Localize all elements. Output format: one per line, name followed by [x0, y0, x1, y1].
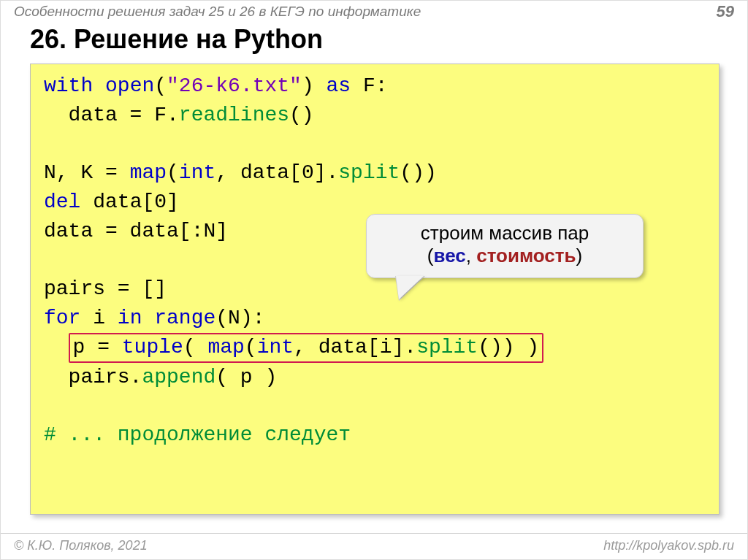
- kw-in: in: [118, 307, 142, 329]
- footer: © К.Ю. Поляков, 2021 http://kpolyakov.sp…: [1, 533, 747, 559]
- kw-with: with: [44, 74, 93, 97]
- fn-tuple: tuple: [122, 336, 183, 358]
- slide: Особенности решения задач 25 и 26 в КЕГЭ…: [0, 0, 748, 560]
- top-bar: Особенности решения задач 25 и 26 в КЕГЭ…: [1, 1, 747, 21]
- callout-line2: (вес, стоимость): [378, 245, 631, 267]
- code-line: data = F.readlines(): [44, 101, 706, 130]
- callout-line1: строим массив пар: [378, 222, 631, 245]
- mth-readlines: readlines: [179, 104, 289, 126]
- fn-open: open: [105, 74, 154, 97]
- comment: # ... продолжение следует: [44, 423, 351, 446]
- code-line: with open("26-k6.txt") as F:: [44, 72, 706, 101]
- mth-append: append: [142, 366, 215, 388]
- code-line: [44, 391, 706, 421]
- fn-range: range: [154, 307, 215, 329]
- mth-split: split: [416, 336, 478, 358]
- fn-int: int: [179, 161, 215, 184]
- kw-for: for: [44, 307, 80, 329]
- code-line: for i in range(N):: [44, 304, 706, 333]
- code-line: p = tuple( map(int, data[i].split()) ): [44, 333, 706, 363]
- code-line: pairs.append( p ): [44, 363, 706, 392]
- string-literal: "26-k6.txt": [167, 74, 302, 97]
- code-line: [44, 130, 706, 159]
- mth-split: split: [338, 161, 400, 184]
- footer-url: http://kpolyakov.spb.ru: [603, 538, 734, 553]
- fn-map: map: [130, 161, 167, 184]
- fn-map: map: [207, 336, 244, 358]
- page-number: 59: [717, 2, 734, 21]
- callout-weight: вес: [434, 245, 466, 266]
- highlighted-line: p = tuple( map(int, data[i].split()) ): [69, 333, 544, 363]
- code-block: with open("26-k6.txt") as F: data = F.re…: [30, 64, 720, 515]
- kw-as: as: [327, 74, 351, 97]
- slide-title: 26. Решение на Python: [1, 21, 747, 62]
- callout-tail: [396, 276, 424, 299]
- callout-cost: стоимость: [476, 245, 576, 266]
- code-line: del data[0]: [44, 188, 706, 217]
- code-line: N, K = map(int, data[0].split()): [44, 158, 706, 188]
- footer-copyright: © К.Ю. Поляков, 2021: [14, 538, 148, 553]
- kw-del: del: [44, 191, 80, 213]
- doc-title: Особенности решения задач 25 и 26 в КЕГЭ…: [14, 4, 421, 20]
- code-line: pairs = []: [44, 275, 706, 304]
- callout-bubble: строим массив пар (вес, стоимость): [366, 214, 644, 278]
- fn-int: int: [257, 336, 294, 358]
- code-line: # ... продолжение следует: [44, 421, 706, 450]
